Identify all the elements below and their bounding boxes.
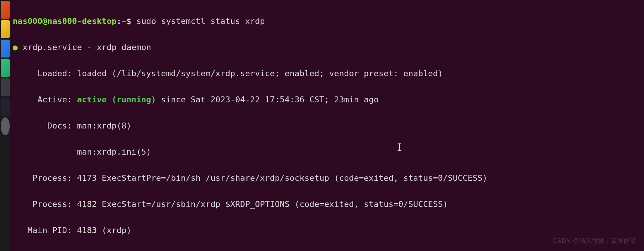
docs-line-2: man:xrdp.ini(5) [13,145,643,158]
dock-item-app6[interactable] [1,98,10,116]
mainpid-line: Main PID: 4183 (xrdp) [13,224,643,237]
docs-line-1: Docs: man:xrdp(8) [13,119,643,132]
loaded-value: loaded (/lib/systemd/system/xrdp.service… [77,69,443,78]
dock-item-app3[interactable] [1,40,10,58]
docs-value-2: man:xrdp.ini(5) [77,147,151,157]
dock [0,0,10,251]
docs-pad [13,147,77,157]
terminal-output[interactable]: nas000@nas000-desktop:~$ sudo systemctl … [10,0,644,251]
process-line-1: Process: 4173 ExecStartPre=/bin/sh /usr/… [13,171,643,185]
prompt-sep1: : [116,16,121,26]
loaded-label: Loaded: [13,69,77,78]
prompt-path: ~ [121,16,126,26]
active-since: since Sat 2023-04-22 17:54:36 CST; 23min… [156,95,379,104]
loaded-line: Loaded: loaded (/lib/systemd/system/xrdp… [13,67,643,80]
prompt-user-host: nas000@nas000-desktop [13,16,116,26]
dock-item-app2[interactable] [1,20,10,38]
active-state: active (running) [77,95,156,104]
unit-header-line: ● xrdp.service - xrdp daemon [13,41,643,54]
active-label: Active: [13,95,77,104]
prompt-sep2: $ [127,16,137,26]
mainpid-label: Main PID: [13,226,77,235]
process-label-1: Process: [13,173,77,183]
active-line: Active: active (running) since Sat 2023-… [13,93,643,106]
process-line-2: Process: 4182 ExecStart=/usr/sbin/xrdp $… [13,198,643,211]
status-bullet-icon: ● [13,43,18,52]
docs-value-1: man:xrdp(8) [77,121,131,130]
dock-item-app4[interactable] [1,59,10,77]
watermark-text: CSDN @清风微拂：蓝水静流 [553,234,637,247]
process-value-2: 4182 ExecStart=/usr/sbin/xrdp $XRDP_OPTI… [77,199,448,209]
process-label-2: Process: [13,199,77,209]
prompt-line: nas000@nas000-desktop:~$ sudo systemctl … [13,15,643,28]
dock-item-terminal[interactable] [1,78,10,96]
process-value-1: 4173 ExecStartPre=/bin/sh /usr/share/xrd… [77,173,487,183]
dock-item-files[interactable] [1,1,10,19]
unit-name: xrdp.service - xrdp daemon [18,43,151,52]
dock-item-apps[interactable] [1,117,10,135]
command-text: sudo systemctl status xrdp [136,16,265,26]
mainpid-value: 4183 (xrdp) [77,226,131,235]
docs-label: Docs: [13,121,77,130]
